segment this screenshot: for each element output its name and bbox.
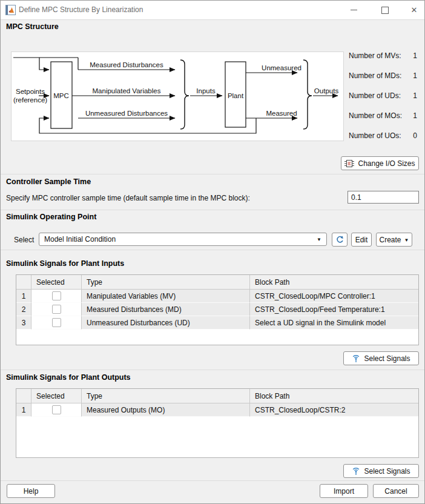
row-2-type: Measured Disturbances (MD) [82,303,250,316]
column-header-type: Type [82,389,250,403]
signal-probe-icon [352,467,360,476]
count-mds: Number of MDs: 1 [349,71,419,81]
signal-probe-icon [352,354,360,363]
table-empty-area [16,330,418,343]
plant-inputs-row-3[interactable]: 3 Unmeasured Disturbances (UD) Select a … [16,316,418,330]
help-button[interactable]: Help [7,484,55,498]
setpoints-label-line1: Setpoints [16,88,45,95]
section-title-mpc-structure: MPC Structure [6,22,59,31]
mpc-block-label: MPC [53,92,69,99]
maximize-icon [381,7,389,14]
outputs-brace [303,60,312,129]
column-header-selected: Selected [31,275,82,290]
edit-button[interactable]: Edit [351,233,372,247]
section-title-operating-point: Simulink Operating Point [6,213,96,221]
refresh-button[interactable] [332,233,348,247]
row-3-block-path: Select a UD signal in the Simulink model [250,316,418,330]
io-block-icon [344,159,354,168]
select-signals-button-inputs[interactable]: Select Signals [343,351,419,365]
unmeasured-label: Unmeasured [262,64,301,71]
row-3-type: Unmeasured Disturbances (UD) [82,316,250,330]
import-button[interactable]: Import [320,484,368,498]
count-uds-value: 1 [413,91,419,101]
count-mos-label: Number of MOs: [349,111,402,121]
column-header-type: Type [82,275,250,290]
footer-divider [1,480,424,481]
change-io-sizes-label: Change I/O Sizes [358,159,415,168]
row-number: 2 [16,303,31,316]
measured-disturbances-label: Measured Disturbances [90,61,163,68]
count-uos: Number of UOs: 0 [349,131,419,141]
matlab-app-icon [5,5,16,15]
edit-button-label: Edit [355,236,368,244]
minimize-icon [351,10,357,10]
count-mos: Number of MOs: 1 [349,111,419,121]
section-divider [1,210,424,210]
sample-time-label: Specify MPC controller sample time (defa… [6,193,250,203]
setpoints-label-line2: (reference) [13,96,47,104]
count-uos-value: 0 [413,131,419,141]
plant-inputs-row-1[interactable]: 1 Manipulated Variables (MV) CSTR_Closed… [16,290,418,303]
row-1-block-path: CSTR_ClosedLoop/MPC Controller:1 [250,290,418,303]
chevron-down-icon: ▼ [317,237,321,242]
plant-outputs-row-1[interactable]: 1 Measured Outputs (MO) CSTR_ClosedLoop/… [16,403,418,417]
measured-label: Measured [266,110,297,117]
section-title-plant-outputs: Simulink Signals for Plant Outputs [6,373,131,382]
maximize-button[interactable] [376,1,394,19]
table-empty-area [16,417,418,457]
plant-block-label: Plant [228,92,244,99]
minimize-button[interactable] [344,1,363,19]
section-divider [1,250,424,250]
row-3-checkbox[interactable] [52,318,61,327]
count-uos-label: Number of UOs: [349,131,401,141]
section-divider [1,370,424,370]
count-mds-value: 1 [413,71,419,81]
cancel-button-label: Cancel [384,487,407,496]
cancel-button[interactable]: Cancel [373,484,419,498]
count-mds-label: Number of MDs: [349,71,401,81]
section-title-plant-inputs: Simulink Signals for Plant Inputs [6,259,124,268]
plant-inputs-table: Selected Type Block Path 1 Manipulated V… [16,274,419,345]
refresh-icon [335,235,344,244]
count-uds: Number of UDs: 1 [349,91,419,101]
close-icon: ✕ [411,6,418,14]
change-io-sizes-button[interactable]: Change I/O Sizes [341,156,419,170]
operating-point-dropdown[interactable]: Model Initial Condition ▼ [39,233,327,246]
close-button[interactable]: ✕ [405,1,423,19]
md-to-mpc-line [39,58,49,70]
outputs-label: Outputs [314,87,339,94]
output-row-1-block-path: CSTR_ClosedLoop/CSTR:2 [250,403,418,417]
count-mvs-value: 1 [413,51,419,61]
plant-inputs-row-2[interactable]: 2 Measured Disturbances (MD) CSTR_Closed… [16,303,418,316]
inputs-label: Inputs [196,87,216,94]
mpc-structure-dialog: Define MPC Structure By Linearization ✕ … [0,0,425,504]
row-number: 1 [16,290,31,303]
section-divider [1,174,424,174]
mpc-diagram-panel: Setpoints (reference) MPC Plant Measured… [11,51,344,141]
count-mos-value: 1 [413,111,419,121]
select-signals-button-outputs[interactable]: Select Signals [343,464,419,478]
row-number: 1 [16,403,31,417]
unmeasured-disturbances-label: Unmeasured Disturbances [85,110,168,117]
row-1-checkbox[interactable] [52,291,61,300]
operating-point-dropdown-value: Model Initial Condition [44,235,317,244]
section-title-sample-time: Controller Sample Time [6,177,91,186]
inputs-brace [180,60,189,129]
select-label: Select [14,235,34,245]
column-header-block-path: Block Path [250,389,418,403]
column-header-block-path: Block Path [250,275,418,290]
row-2-block-path: CSTR_ClosedLoop/Feed Temperature:1 [250,303,418,316]
select-signals-label: Select Signals [364,467,410,476]
import-button-label: Import [334,487,354,496]
sample-time-input[interactable] [348,191,419,204]
row-2-checkbox[interactable] [52,305,61,314]
select-signals-label: Select Signals [364,354,410,363]
window-title: Define MPC Structure By Linearization [19,1,143,19]
title-bar: Define MPC Structure By Linearization ✕ [1,1,424,20]
row-number: 3 [16,316,31,330]
output-row-1-checkbox[interactable] [52,405,61,414]
mpc-structure-diagram: Setpoints (reference) MPC Plant Measured… [12,52,343,141]
plant-inputs-table-header: Selected Type Block Path [16,275,418,290]
create-dropdown-button[interactable]: Create ▼ [376,233,412,247]
count-mvs: Number of MVs: 1 [349,51,419,61]
